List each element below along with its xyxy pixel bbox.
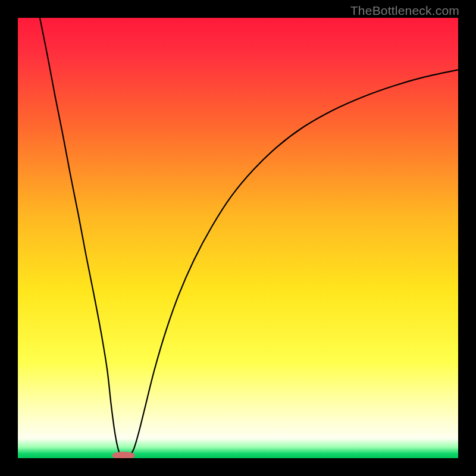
gradient-rect xyxy=(18,18,458,458)
chart-svg xyxy=(18,18,458,458)
watermark-text: TheBottleneck.com xyxy=(350,4,459,18)
chart-frame xyxy=(18,18,458,458)
